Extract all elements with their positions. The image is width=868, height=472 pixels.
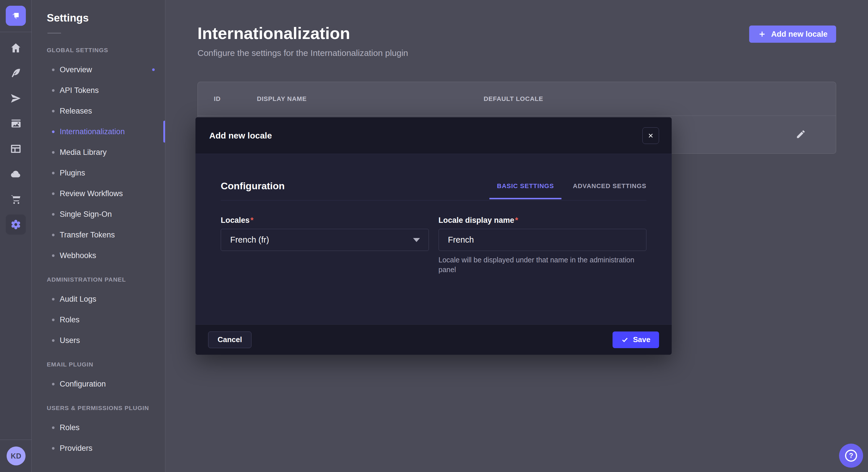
section-label-users-permissions: USERS & PERMISSIONS PLUGIN — [47, 405, 165, 411]
modal-title: Add new locale — [209, 131, 272, 140]
nav-content-type-builder[interactable] — [6, 139, 26, 159]
column-header-default-locale: DEFAULT LOCALE — [484, 95, 544, 103]
bullet-icon — [52, 447, 55, 450]
modal-footer: Cancel Save — [195, 324, 672, 355]
subnav-title: Settings — [47, 11, 165, 25]
tab-basic-settings[interactable]: BASIC SETTINGS — [497, 182, 554, 190]
subnav-item-admin-users[interactable]: Users — [32, 330, 165, 351]
add-locale-modal: Add new locale Configuration BASIC SETTI… — [195, 117, 672, 355]
modal-header: Add new locale — [195, 117, 672, 154]
bullet-icon — [52, 151, 55, 154]
display-name-input[interactable] — [439, 229, 647, 251]
bullet-icon — [52, 172, 55, 174]
subnav-item-review-workflows[interactable]: Review Workflows — [32, 183, 165, 204]
help-button[interactable]: ? — [839, 444, 863, 468]
section-label-admin-panel: ADMINISTRATION PANEL — [47, 276, 165, 283]
check-icon — [621, 336, 629, 343]
gear-icon — [10, 218, 22, 231]
nav-marketplace[interactable] — [6, 189, 26, 209]
display-name-hint: Locale will be displayed under that name… — [439, 255, 640, 274]
subnav-item-releases[interactable]: Releases — [32, 101, 165, 121]
main-nav-rail: KD — [0, 0, 32, 472]
active-indicator — [163, 121, 165, 142]
subnav-item-media-library[interactable]: Media Library — [32, 142, 165, 163]
edit-locale-button[interactable] — [796, 129, 806, 140]
bullet-icon — [52, 298, 55, 301]
bullet-icon — [52, 89, 55, 92]
plus-icon — [758, 30, 766, 38]
configuration-section-header: Configuration BASIC SETTINGS ADVANCED SE… — [221, 180, 646, 200]
subnav-item-webhooks[interactable]: Webhooks — [32, 245, 165, 266]
modal-close-button[interactable] — [642, 127, 659, 144]
bullet-icon — [52, 69, 55, 71]
nav-media-library[interactable] — [6, 113, 26, 134]
bullet-icon — [52, 255, 55, 257]
locales-label: Locales* — [221, 216, 429, 225]
column-header-display-name: DISPLAY NAME — [257, 95, 484, 103]
save-button[interactable]: Save — [613, 332, 659, 348]
display-name-field: Locale display name* Locale will be disp… — [439, 216, 647, 274]
notification-dot — [152, 69, 155, 71]
bullet-icon — [52, 339, 55, 342]
add-new-locale-button[interactable]: Add new locale — [749, 26, 836, 43]
required-asterisk: * — [251, 216, 254, 225]
section-label-email-plugin: EMAIL PLUGIN — [47, 361, 165, 368]
locales-selected-value: French (fr) — [230, 235, 269, 245]
bullet-icon — [52, 427, 55, 429]
subnav-item-email-configuration[interactable]: Configuration — [32, 374, 165, 394]
cart-icon — [10, 193, 22, 205]
page-title: Internationalization — [197, 24, 350, 43]
chevron-down-icon — [413, 238, 420, 242]
subnav-item-up-providers[interactable]: Providers — [32, 438, 165, 459]
subnav-item-plugins[interactable]: Plugins — [32, 163, 165, 183]
subnav-item-transfer-tokens[interactable]: Transfer Tokens — [32, 225, 165, 245]
strapi-logo-icon — [10, 10, 22, 22]
bullet-icon — [52, 193, 55, 195]
display-name-label: Locale display name* — [439, 216, 647, 225]
locales-select[interactable]: French (fr) — [221, 229, 429, 251]
nav-home[interactable] — [6, 38, 26, 58]
locale-form-fields: Locales* French (fr) Locale display name… — [221, 216, 646, 274]
layout-icon — [10, 143, 22, 155]
bullet-icon — [52, 213, 55, 216]
cloud-icon — [10, 168, 22, 180]
bullet-icon — [52, 383, 55, 385]
pencil-icon — [796, 129, 806, 139]
bullet-icon — [52, 131, 55, 133]
column-header-id: ID — [214, 95, 257, 103]
required-asterisk: * — [515, 216, 518, 225]
subnav-item-overview[interactable]: Overview — [32, 59, 165, 80]
nav-deploy[interactable] — [6, 164, 26, 184]
app-root: KD Settings GLOBAL SETTINGS Overview API… — [0, 0, 868, 472]
subnav-item-admin-roles[interactable]: Roles — [32, 309, 165, 330]
page-subtitle: Configure the settings for the Internati… — [197, 48, 408, 58]
subnav-item-up-roles[interactable]: Roles — [32, 417, 165, 438]
paper-plane-icon — [10, 92, 22, 104]
modal-body: Configuration BASIC SETTINGS ADVANCED SE… — [195, 180, 672, 274]
feather-icon — [10, 67, 22, 79]
bullet-icon — [52, 110, 55, 112]
settings-tabs: BASIC SETTINGS ADVANCED SETTINGS — [497, 182, 646, 190]
question-mark-icon: ? — [845, 450, 857, 462]
user-avatar[interactable]: KD — [7, 446, 26, 465]
subnav-item-audit-logs[interactable]: Audit Logs — [32, 289, 165, 309]
media-icon — [10, 117, 22, 130]
locales-field: Locales* French (fr) — [221, 216, 429, 274]
subnav-item-api-tokens[interactable]: API Tokens — [32, 80, 165, 101]
tab-advanced-settings[interactable]: ADVANCED SETTINGS — [573, 182, 646, 190]
section-label-global: GLOBAL SETTINGS — [47, 47, 165, 54]
nav-settings[interactable] — [6, 214, 26, 235]
rail-bottom-divider — [0, 440, 32, 440]
subnav-title-divider — [48, 33, 61, 34]
subnav-item-internationalization[interactable]: Internationalization — [32, 121, 165, 142]
close-icon — [647, 132, 654, 139]
strapi-logo[interactable] — [6, 6, 26, 26]
table-header-row: ID DISPLAY NAME DEFAULT LOCALE — [198, 82, 836, 116]
cancel-button[interactable]: Cancel — [208, 332, 251, 348]
bullet-icon — [52, 234, 55, 236]
nav-releases[interactable] — [6, 88, 26, 108]
settings-subnav: Settings GLOBAL SETTINGS Overview API To… — [32, 0, 165, 472]
nav-content-manager[interactable] — [6, 63, 26, 83]
configuration-title: Configuration — [221, 180, 285, 192]
subnav-item-single-sign-on[interactable]: Single Sign-On — [32, 204, 165, 225]
